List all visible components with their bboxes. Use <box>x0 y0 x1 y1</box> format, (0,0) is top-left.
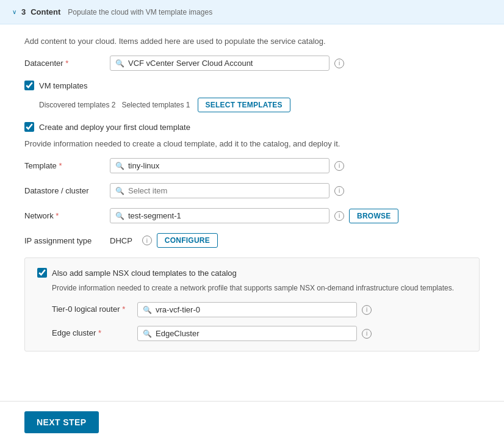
datacenter-row: Datacenter * 🔍 i <box>24 56 480 71</box>
network-search-icon: 🔍 <box>115 212 124 220</box>
step-chevron[interactable]: ∨ <box>12 9 16 15</box>
tier0-info-icon[interactable]: i <box>362 305 372 315</box>
datastore-info-icon[interactable]: i <box>334 186 344 196</box>
nsx-checkbox-row: Also add sample NSX cloud templates to t… <box>37 268 467 278</box>
browse-button[interactable]: BROWSE <box>349 209 398 223</box>
network-info-icon[interactable]: i <box>334 211 344 221</box>
network-input-wrapper[interactable]: 🔍 <box>110 208 329 223</box>
nsx-templates-checkbox[interactable] <box>37 268 47 278</box>
ip-assignment-row: IP assignment type DHCP i CONFIGURE <box>24 233 480 248</box>
edge-row: Edge cluster * 🔍 i <box>52 326 467 341</box>
tier0-search-icon: 🔍 <box>143 306 152 314</box>
tier0-row: Tier-0 logical router * 🔍 i <box>52 302 467 317</box>
network-field: 🔍 i BROWSE <box>110 208 480 223</box>
ip-info-icon[interactable]: i <box>142 236 152 245</box>
edge-label: Edge cluster * <box>52 326 137 337</box>
provide-info-desc: Provide information needed to create a c… <box>24 139 480 148</box>
network-input[interactable] <box>128 211 324 220</box>
nsx-checkbox-label[interactable]: Also add sample NSX cloud templates to t… <box>52 268 237 278</box>
content-area: Add content to your cloud. Items added h… <box>0 24 504 401</box>
datastore-input[interactable] <box>128 186 324 195</box>
tier0-input-wrapper[interactable]: 🔍 <box>137 302 357 317</box>
create-deploy-checkbox-row: Create and deploy your first cloud templ… <box>24 122 480 132</box>
discovered-templates-info: Discovered templates 2 Selected template… <box>39 101 190 109</box>
template-row: Template * 🔍 i <box>24 158 480 173</box>
step-title: Content <box>31 7 60 16</box>
templates-row: Discovered templates 2 Selected template… <box>39 98 480 112</box>
datastore-input-wrapper[interactable]: 🔍 <box>110 183 329 198</box>
datacenter-field: 🔍 i <box>110 56 480 71</box>
datastore-label: Datastore / cluster <box>24 186 110 195</box>
datastore-row: Datastore / cluster 🔍 i <box>24 183 480 198</box>
network-row: Network * 🔍 i BROWSE <box>24 208 480 223</box>
template-label: Template * <box>24 161 110 170</box>
select-templates-button[interactable]: SELECT TEMPLATES <box>198 98 290 112</box>
datacenter-info-icon[interactable]: i <box>334 59 344 68</box>
next-step-button[interactable]: NEXT STEP <box>24 411 99 433</box>
template-input[interactable] <box>128 161 324 170</box>
tier0-label: Tier-0 logical router * <box>52 302 137 314</box>
create-deploy-label[interactable]: Create and deploy your first cloud templ… <box>39 123 190 132</box>
datastore-field: 🔍 i <box>110 183 480 198</box>
template-info-icon[interactable]: i <box>334 161 344 171</box>
create-deploy-checkbox[interactable] <box>24 122 34 132</box>
datacenter-label: Datacenter * <box>24 59 110 68</box>
edge-info-icon[interactable]: i <box>362 329 372 339</box>
edge-field: 🔍 i <box>137 326 467 341</box>
template-search-icon: 🔍 <box>115 162 124 170</box>
edge-input-wrapper[interactable]: 🔍 <box>137 326 357 341</box>
network-label: Network * <box>24 211 110 220</box>
dhcp-value: DHCP <box>110 236 132 245</box>
tier0-input[interactable] <box>156 305 351 314</box>
tier0-field: 🔍 i <box>137 302 467 317</box>
section-description: Add content to your cloud. Items added h… <box>24 37 480 46</box>
nsx-subsection: Also add sample NSX cloud templates to t… <box>24 258 480 351</box>
header-bar: ∨ 3 Content Populate the cloud with VM t… <box>0 0 504 24</box>
vm-templates-checkbox-row: VM templates <box>24 81 480 90</box>
edge-input[interactable] <box>156 329 351 338</box>
datacenter-input[interactable] <box>128 59 324 68</box>
vm-templates-label[interactable]: VM templates <box>39 81 87 90</box>
template-input-wrapper[interactable]: 🔍 <box>110 158 329 173</box>
datacenter-search-icon: 🔍 <box>115 59 124 68</box>
nsx-description: Provide information needed to create a n… <box>52 284 467 292</box>
ip-assignment-field: DHCP i CONFIGURE <box>110 233 480 248</box>
datastore-search-icon: 🔍 <box>115 187 124 195</box>
vm-templates-checkbox[interactable] <box>24 81 34 90</box>
ip-assignment-label: IP assignment type <box>24 236 110 245</box>
footer: NEXT STEP <box>0 401 504 443</box>
configure-button[interactable]: CONFIGURE <box>157 233 218 248</box>
datacenter-input-wrapper[interactable]: 🔍 <box>110 56 329 71</box>
edge-search-icon: 🔍 <box>143 330 152 338</box>
step-number: 3 <box>21 7 26 16</box>
step-description: Populate the cloud with VM template imag… <box>68 8 212 16</box>
template-field: 🔍 i <box>110 158 480 173</box>
page-container: ∨ 3 Content Populate the cloud with VM t… <box>0 0 504 443</box>
